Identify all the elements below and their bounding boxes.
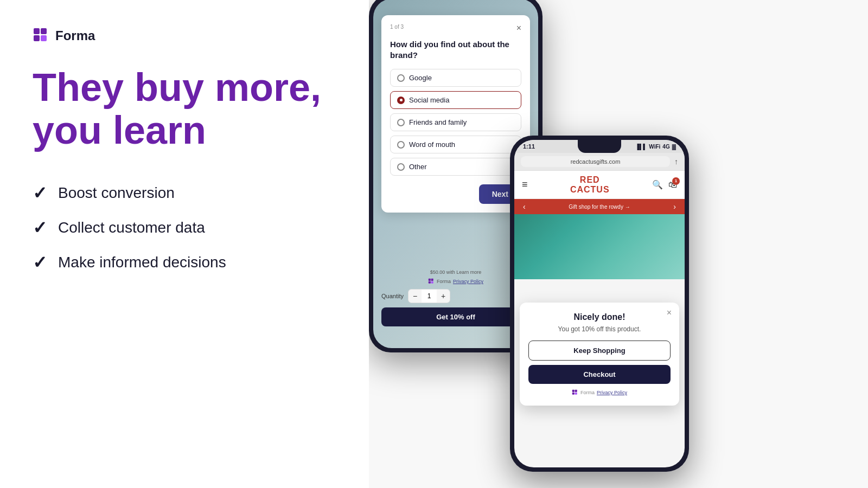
quantity-row: Quantity − 1 + [381, 289, 530, 303]
survey-option-friends-label: Friends and family [409, 118, 467, 126]
rc-url-display[interactable]: redcactusgifts.com [521, 156, 670, 167]
survey-step: 1 of 3 [390, 24, 404, 30]
survey-header: 1 of 3 × [390, 24, 521, 33]
rc-status-time: 1:11 [523, 143, 535, 150]
survey-option-other[interactable]: Other [390, 158, 521, 176]
phone-redcactus: 1:11 ▐▌▌ WiFi 4G ▓ redcactusgifts.com ↑ … [510, 136, 689, 472]
radio-other [397, 163, 405, 171]
rc-keep-shopping-button[interactable]: Keep Shopping [528, 341, 671, 361]
svg-rect-5 [431, 279, 433, 281]
survey-question: How did you find out about the brand? [390, 39, 521, 60]
rc-urlbar: redcactusgifts.com ↑ [514, 153, 685, 171]
survey-option-word-of-mouth[interactable]: Word of mouth [390, 136, 521, 153]
rc-checkout-button[interactable]: Checkout [528, 365, 671, 384]
checkmark-icon: ✓ [33, 184, 47, 202]
feature-boost-conversion: ✓ Boost conversion [33, 184, 336, 202]
rc-brand-line2: CACTUS [570, 185, 610, 195]
rc-statusbar-right: ▐▌▌ WiFi 4G ▓ [635, 144, 676, 150]
rc-privacy-label[interactable]: Privacy Policy [597, 390, 627, 395]
rc-success-modal: × Nicely done! You got 10% off this prod… [520, 303, 679, 406]
survey-option-other-label: Other [409, 163, 427, 171]
forma-logo-icon [33, 27, 50, 44]
headline: They buy more, you learn [33, 66, 336, 152]
rc-brand-logo: RED CACTUS [570, 175, 610, 194]
feature-text-collect: Collect customer data [58, 219, 205, 236]
svg-rect-4 [429, 279, 431, 281]
rc-battery-indicator: ▓ [672, 144, 676, 150]
rc-forma-footer: Forma Privacy Policy [528, 389, 671, 396]
rc-signal-icon: ▐▌▌ [635, 144, 647, 150]
checkmark-icon-3: ✓ [33, 254, 47, 271]
survey-option-word-label: Word of mouth [409, 140, 455, 149]
phone-notch [578, 140, 621, 153]
rc-battery-icon: 4G [662, 144, 669, 150]
get-discount-button[interactable]: Get 10% off [381, 307, 530, 326]
rc-cart-icon[interactable]: 🛍 1 [668, 180, 677, 190]
rc-modal-title: Nicely done! [528, 312, 671, 322]
rc-search-icon[interactable]: 🔍 [652, 179, 663, 190]
quantity-control: − 1 + [408, 289, 450, 303]
shop-pay-text: $50.00 with Learn more [381, 269, 530, 275]
survey-option-friends-family[interactable]: Friends and family [390, 113, 521, 131]
headline-they-buy: They buy more, [33, 66, 321, 109]
survey-option-social-media[interactable]: Social media [390, 91, 521, 109]
radio-friends [397, 119, 405, 126]
rc-navbar: ≡ RED CACTUS 🔍 🛍 1 [514, 171, 685, 199]
radio-google [397, 74, 405, 82]
feature-collect-data: ✓ Collect customer data [33, 219, 336, 236]
rc-product-image [514, 214, 685, 279]
privacy-policy-survey[interactable]: Privacy Policy [453, 279, 483, 284]
feature-text-decisions: Make informed decisions [58, 254, 226, 271]
feature-text-boost: Boost conversion [58, 184, 175, 202]
svg-rect-10 [572, 393, 575, 395]
survey-close-button[interactable]: × [516, 24, 521, 33]
svg-rect-0 [34, 28, 40, 34]
svg-rect-3 [41, 35, 47, 41]
rc-promo-arrow-right[interactable]: › [673, 202, 676, 211]
quantity-label: Quantity [381, 293, 404, 299]
svg-rect-6 [429, 281, 431, 284]
rc-brand-line1: RED [570, 175, 610, 185]
feature-informed-decisions: ✓ Make informed decisions [33, 254, 336, 271]
rc-share-icon[interactable]: ↑ [674, 157, 678, 166]
rc-cart-badge-count: 1 [672, 177, 680, 185]
headline-you-learn: you learn [33, 108, 206, 152]
svg-rect-2 [34, 35, 40, 41]
svg-rect-9 [575, 390, 577, 392]
right-panel: 1 of 3 × How did you find out about the … [369, 0, 868, 488]
forma-label-survey: Forma [437, 279, 451, 284]
forma-footer-icon [428, 278, 435, 285]
rc-modal-close-button[interactable]: × [667, 308, 672, 318]
svg-rect-7 [431, 281, 433, 284]
quantity-value: 1 [422, 290, 437, 303]
quantity-plus-button[interactable]: + [437, 290, 450, 303]
rc-nav-icons: 🔍 🛍 1 [652, 179, 677, 190]
rc-wifi-icon: WiFi [649, 144, 660, 150]
rc-forma-label: Forma [580, 390, 595, 395]
svg-rect-8 [572, 390, 575, 392]
left-panel: Forma They buy more, you learn ✓ Boost c… [0, 0, 369, 488]
checkmark-icon-2: ✓ [33, 219, 47, 236]
survey-option-google-label: Google [409, 74, 432, 82]
survey-option-google[interactable]: Google [390, 69, 521, 87]
logo-area: Forma [33, 27, 336, 44]
rc-promo-bar: ‹ Gift shop for the rowdy → › [514, 199, 685, 214]
svg-rect-11 [575, 393, 577, 395]
survey-bottom: $50.00 with Learn more Forma Privacy Pol… [381, 269, 530, 326]
forma-footer-survey: Forma Privacy Policy [381, 278, 530, 285]
radio-word [397, 141, 405, 149]
rc-forma-icon [572, 389, 578, 396]
quantity-minus-button[interactable]: − [409, 290, 422, 303]
radio-social-media [397, 97, 405, 104]
rc-hamburger-icon[interactable]: ≡ [522, 179, 528, 190]
svg-rect-1 [41, 28, 47, 34]
rc-promo-text: Gift shop for the rowdy → [526, 204, 674, 210]
survey-modal: 1 of 3 × How did you find out about the … [381, 15, 530, 213]
features-list: ✓ Boost conversion ✓ Collect customer da… [33, 184, 336, 271]
phone-rc-screen: 1:11 ▐▌▌ WiFi 4G ▓ redcactusgifts.com ↑ … [514, 140, 685, 467]
survey-option-social-label: Social media [409, 96, 449, 104]
rc-modal-subtitle: You got 10% off this product. [528, 325, 671, 333]
logo-text: Forma [55, 28, 95, 43]
